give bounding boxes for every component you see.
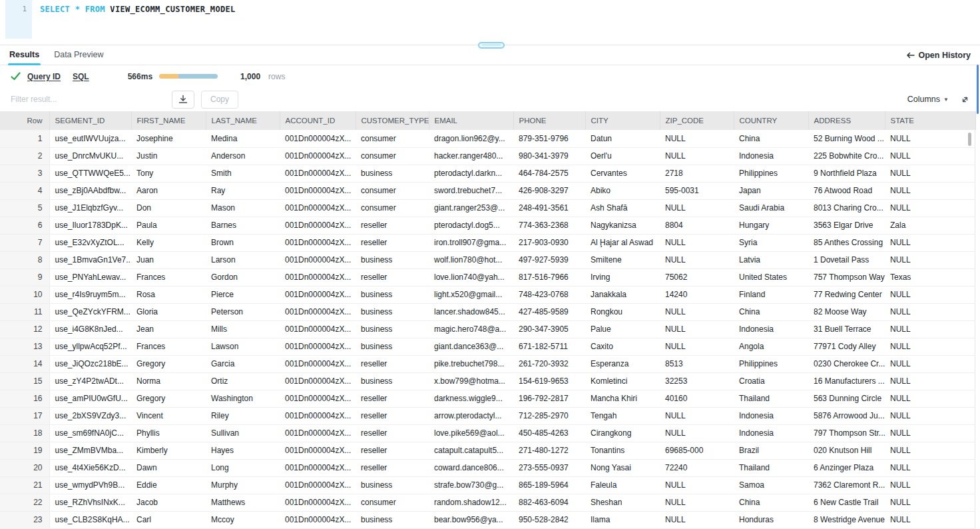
cell-phone[interactable]: 817-516-7966 <box>513 268 585 286</box>
column-header-row[interactable]: Row <box>0 111 49 130</box>
cell-country[interactable]: China <box>734 130 808 147</box>
cell-phone[interactable]: 427-485-9589 <box>513 303 585 320</box>
cell-segment-id[interactable]: use_r4Is9ruym5m... <box>49 286 131 303</box>
cell-city[interactable]: Ilama <box>585 511 660 528</box>
cell-city[interactable]: Komletinci <box>585 372 660 390</box>
cell-country[interactable]: Finland <box>734 286 808 303</box>
cell-city[interactable]: Tengah <box>585 407 660 424</box>
cell-address[interactable]: 9 Northfield Plaza <box>808 165 885 182</box>
cell-email[interactable]: iron.troll907@gma... <box>429 234 513 251</box>
cell-customer-type[interactable]: reseller <box>356 268 429 286</box>
cell-account-id[interactable]: 001Dn000004zX... <box>280 147 356 165</box>
cell-segment-id[interactable]: use_E32vXyZtOL... <box>49 234 131 251</box>
cell-address[interactable]: 757 Thompson Way <box>808 268 885 286</box>
cell-last-name[interactable]: Murphy <box>206 476 280 494</box>
cell-email[interactable]: light.x520@gmail... <box>429 286 513 303</box>
cell-last-name[interactable]: Riley <box>206 407 280 424</box>
cell-phone[interactable]: 426-908-3297 <box>513 182 585 199</box>
cell-last-name[interactable]: Brown <box>206 234 280 251</box>
cell-account-id[interactable]: 001Dn000004zX... <box>280 165 356 182</box>
cell-zip-code[interactable]: NULL <box>660 199 734 217</box>
cell-first-name[interactable]: Frances <box>131 338 206 355</box>
cell-last-name[interactable]: Mills <box>206 320 280 338</box>
tab-data-preview[interactable]: Data Preview <box>54 45 103 65</box>
cell-phone[interactable]: 774-363-2368 <box>513 217 585 234</box>
cell-customer-type[interactable]: business <box>356 165 429 182</box>
cell-segment-id[interactable]: use_i4G8K8nJed... <box>49 320 131 338</box>
cell-zip-code[interactable]: NULL <box>660 407 734 424</box>
table-row[interactable]: 23 use_CLB2S8KqHA... Carl Mccoy 001Dn000… <box>0 511 975 528</box>
cell-state[interactable]: NULL <box>885 459 975 476</box>
cell-phone[interactable]: 261-720-3932 <box>513 355 585 372</box>
cell-last-name[interactable]: Garcia <box>206 355 280 372</box>
cell-segment-id[interactable]: use_zY4P2twADt... <box>49 372 131 390</box>
cell-account-id[interactable]: 001Dn000004zX... <box>280 390 356 407</box>
cell-zip-code[interactable]: 2718 <box>660 165 734 182</box>
cell-zip-code[interactable]: NULL <box>660 234 734 251</box>
table-row[interactable]: 2 use_DnrcMvUKU... Justin Anderson 001Dn… <box>0 147 975 165</box>
cell-state[interactable]: Texas <box>885 268 975 286</box>
filter-results-input[interactable] <box>11 95 165 104</box>
cell-zip-code[interactable]: 75062 <box>660 268 734 286</box>
cell-city[interactable]: Cirangkong <box>585 424 660 442</box>
cell-customer-type[interactable]: business <box>356 372 429 390</box>
cell-segment-id[interactable]: use_2bXS9VZdy3... <box>49 407 131 424</box>
cell-segment-id[interactable]: use_wmydPVh9B... <box>49 476 131 494</box>
cell-account-id[interactable]: 001Dn000004zX... <box>280 442 356 459</box>
tab-results[interactable]: Results <box>9 45 39 65</box>
cell-phone[interactable]: 248-491-3561 <box>513 199 585 217</box>
cell-segment-id[interactable]: use_J1ElqbzfGyv... <box>49 199 131 217</box>
cell-email[interactable]: x.bow799@hotma... <box>429 372 513 390</box>
cell-address[interactable]: 31 Buell Terrace <box>808 320 885 338</box>
cell-zip-code[interactable]: 14240 <box>660 286 734 303</box>
cell-country[interactable]: Honduras <box>734 511 808 528</box>
cell-first-name[interactable]: Gregory <box>131 390 206 407</box>
column-header-address[interactable]: ADDRESS <box>808 111 885 130</box>
cell-account-id[interactable]: 001Dn000004zX... <box>280 286 356 303</box>
cell-first-name[interactable]: Don <box>131 199 206 217</box>
cell-zip-code[interactable]: NULL <box>660 494 734 511</box>
cell-customer-type[interactable]: business <box>356 303 429 320</box>
cell-zip-code[interactable]: 8804 <box>660 217 734 234</box>
column-header-segment_id[interactable]: SEGMENT_ID <box>49 111 131 130</box>
cell-customer-type[interactable]: reseller <box>356 234 429 251</box>
cell-last-name[interactable]: Mason <box>206 199 280 217</box>
cell-last-name[interactable]: Washington <box>206 390 280 407</box>
cell-zip-code[interactable]: NULL <box>660 130 734 147</box>
cell-customer-type[interactable]: consumer <box>356 147 429 165</box>
cell-zip-code[interactable]: 40160 <box>660 390 734 407</box>
cell-segment-id[interactable]: use_sm69fNA0jC... <box>49 424 131 442</box>
cell-phone[interactable]: 865-189-5964 <box>513 476 585 494</box>
table-row[interactable]: 18 use_sm69fNA0jC... Phyllis Sullivan 00… <box>0 424 975 442</box>
column-header-zip_code[interactable]: ZIP_CODE <box>660 111 734 130</box>
sql-editor[interactable]: 1 SELECT * FROM VIEW_ECOMM_CUSTOMER_MODE… <box>0 0 980 45</box>
cell-account-id[interactable]: 001Dn000004zX... <box>280 476 356 494</box>
table-row[interactable]: 17 use_2bXS9VZdy3... Vincent Riley 001Dn… <box>0 407 975 424</box>
column-header-first_name[interactable]: FIRST_NAME <box>131 111 206 130</box>
cell-last-name[interactable]: Peterson <box>206 303 280 320</box>
cell-first-name[interactable]: Tony <box>131 165 206 182</box>
table-row[interactable]: 12 use_i4G8K8nJed... Jean Mills 001Dn000… <box>0 320 975 338</box>
cell-email[interactable]: wolf.lion780@hot... <box>429 251 513 268</box>
table-row[interactable]: 11 use_QeZYckYFRM... Gloria Peterson 001… <box>0 303 975 320</box>
cell-phone[interactable]: 217-903-0930 <box>513 234 585 251</box>
cell-zip-code[interactable]: NULL <box>660 511 734 528</box>
cell-first-name[interactable]: Eddie <box>131 476 206 494</box>
cell-first-name[interactable]: Frances <box>131 268 206 286</box>
cell-first-name[interactable]: Gloria <box>131 303 206 320</box>
cell-country[interactable]: United States <box>734 268 808 286</box>
cell-country[interactable]: Philippines <box>734 165 808 182</box>
cell-email[interactable]: giant.ranger253@... <box>429 199 513 217</box>
cell-account-id[interactable]: 001Dn000004zX... <box>280 424 356 442</box>
cell-state[interactable]: NULL <box>885 407 975 424</box>
cell-address[interactable]: 1 Dovetail Pass <box>808 251 885 268</box>
cell-phone[interactable]: 879-351-9796 <box>513 130 585 147</box>
cell-country[interactable]: Hungary <box>734 217 808 234</box>
cell-first-name[interactable]: Rosa <box>131 286 206 303</box>
table-row[interactable]: 5 use_J1ElqbzfGyv... Don Mason 001Dn0000… <box>0 199 975 217</box>
cell-first-name[interactable]: Dawn <box>131 459 206 476</box>
cell-first-name[interactable]: Kimberly <box>131 442 206 459</box>
cell-city[interactable]: Mancha Khiri <box>585 390 660 407</box>
cell-state[interactable]: NULL <box>885 320 975 338</box>
cell-address[interactable]: 52 Burning Wood ... <box>808 130 885 147</box>
